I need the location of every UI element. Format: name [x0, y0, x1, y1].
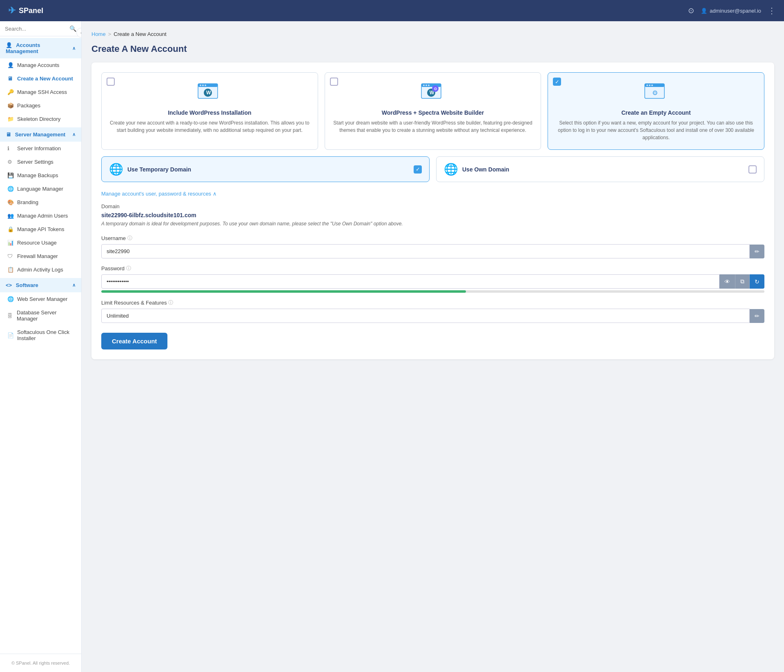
option-card-wordpress[interactable]: W Include WordPress Installation Create … [101, 72, 318, 150]
web-server-label: Web Server Manager [17, 296, 67, 302]
svg-point-10 [425, 85, 427, 86]
search-input[interactable] [5, 26, 66, 32]
resources-info-icon[interactable]: ⓘ [168, 299, 173, 306]
resources-input[interactable] [101, 309, 750, 323]
firewall-icon: 🛡 [7, 253, 14, 259]
password-show-button[interactable]: 👁 [719, 274, 735, 289]
account-type-cards: W Include WordPress Installation Create … [101, 72, 764, 150]
password-buttons: 👁 ⧉ ↻ [719, 274, 764, 289]
sidebar-item-manage-accounts[interactable]: 👤 Manage Accounts [0, 58, 81, 72]
create-account-label: Create a New Account [17, 76, 73, 82]
manage-accounts-label: Manage Accounts [17, 62, 59, 68]
software-items: 🌐 Web Server Manager 🗄 Database Server M… [0, 292, 81, 345]
server-management-section: 🖥 Server Management ∧ ℹ Server Informati… [0, 127, 81, 276]
admin-user[interactable]: 👤 adminuser@spanel.io [701, 8, 761, 14]
empty-checkbox[interactable]: ✓ [553, 78, 561, 86]
username-info-icon[interactable]: ⓘ [127, 235, 132, 242]
server-info-icon: ℹ [7, 145, 14, 151]
more-icon[interactable]: ⋮ [768, 6, 776, 16]
own-domain-label: Use Own Domain [462, 166, 509, 173]
resources-edit-button[interactable]: ✏ [750, 309, 764, 323]
password-label: Password ⓘ [101, 265, 764, 272]
accounts-management-header[interactable]: 👤 Accounts Management ∧ [0, 38, 81, 58]
sidebar-item-backups[interactable]: 💾 Manage Backups [0, 169, 81, 182]
resource-icon: 📊 [7, 240, 14, 246]
page-title: Create A New Account [91, 44, 774, 54]
option-card-empty[interactable]: ✓ ⚙ Create an Empty Account Sele [548, 72, 764, 150]
own-domain-icon: 🌐 [444, 162, 458, 176]
sidebar-item-create-account[interactable]: 🖥 Create a New Account [0, 72, 81, 85]
sidebar-footer: © SPanel. All rights reserved. [0, 654, 81, 672]
sidebar-item-skeleton[interactable]: 📁 Skeleton Directory [0, 112, 81, 126]
manage-link[interactable]: Manage account's user, password & resour… [101, 191, 217, 197]
username-label: Username ⓘ [101, 235, 764, 242]
svg-point-4 [205, 85, 206, 86]
sidebar-item-api-tokens[interactable]: 🔒 Manage API Tokens [0, 223, 81, 236]
spectra-icon: W ⚙ [419, 81, 447, 105]
api-tokens-label: Manage API Tokens [17, 226, 64, 232]
search-icon: 🔍 [69, 25, 76, 32]
create-account-button[interactable]: Create Account [101, 333, 167, 349]
domain-card-temp-left: 🌐 Use Temporary Domain [109, 162, 191, 176]
softaculous-label: Softaculous One Click Installer [17, 329, 76, 341]
domain-card-temporary[interactable]: 🌐 Use Temporary Domain ✓ [101, 156, 430, 182]
software-chevron: ∧ [72, 283, 76, 288]
sidebar-item-ssh[interactable]: 🔑 Manage SSH Access [0, 85, 81, 99]
branding-label: Branding [17, 199, 38, 205]
password-input[interactable] [101, 274, 719, 289]
server-management-header[interactable]: 🖥 Server Management ∧ [0, 127, 81, 142]
sidebar-item-db-server[interactable]: 🗄 Database Server Manager [0, 306, 81, 325]
sidebar-item-web-server[interactable]: 🌐 Web Server Manager [0, 292, 81, 306]
temp-domain-checkbox[interactable]: ✓ [414, 165, 422, 174]
create-account-icon: 🖥 [7, 76, 14, 82]
resources-input-group: ✏ [101, 309, 764, 323]
sidebar-item-softaculous[interactable]: 📄 Softaculous One Click Installer [0, 325, 81, 345]
server-settings-icon: ⚙ [7, 159, 14, 165]
empty-desc: Select this option if you want a new, em… [556, 119, 756, 141]
spectra-checkbox[interactable] [330, 78, 338, 86]
empty-check-icon: ✓ [555, 79, 559, 85]
skeleton-icon: 📁 [7, 116, 14, 122]
packages-icon: 📦 [7, 102, 14, 109]
logs-icon: 📋 [7, 267, 14, 273]
topnav: ✈ SPanel ⊙ 👤 adminuser@spanel.io ⋮ [0, 0, 784, 21]
resources-label: Limit Resources & Features ⓘ [101, 299, 764, 306]
password-strength-bar [101, 290, 466, 293]
sidebar-item-resource-usage[interactable]: 📊 Resource Usage [0, 236, 81, 249]
help-icon[interactable]: ⊙ [688, 6, 694, 15]
user-icon: 👤 [701, 8, 707, 14]
wordpress-icon: W [195, 81, 224, 105]
option-card-spectra[interactable]: W ⚙ WordPress + Spectra Website Builder … [325, 72, 541, 150]
own-domain-checkbox[interactable] [748, 165, 757, 174]
sidebar-item-server-settings[interactable]: ⚙ Server Settings [0, 155, 81, 169]
wordpress-checkbox[interactable] [107, 78, 115, 86]
sidebar-item-firewall[interactable]: 🛡 Firewall Manager [0, 249, 81, 263]
software-section: <> Software ∧ 🌐 Web Server Manager 🗄 Dat… [0, 278, 81, 345]
sidebar-item-admin-users[interactable]: 👥 Manage Admin Users [0, 209, 81, 223]
sidebar-item-packages[interactable]: 📦 Packages [0, 99, 81, 112]
software-icon: <> [6, 282, 12, 288]
server-management-label: Server Management [15, 131, 66, 138]
domain-card-own[interactable]: 🌐 Use Own Domain [436, 156, 764, 182]
domain-section-title: Domain [101, 203, 764, 209]
language-label: Language Manager [17, 186, 63, 192]
sidebar-item-activity-logs[interactable]: 📋 Admin Activity Logs [0, 263, 81, 276]
software-header[interactable]: <> Software ∧ [0, 278, 81, 292]
backups-icon: 💾 [7, 172, 14, 178]
sidebar-item-branding[interactable]: 🎨 Branding [0, 196, 81, 209]
password-refresh-button[interactable]: ↻ [750, 274, 764, 289]
password-info-icon[interactable]: ⓘ [126, 265, 131, 272]
language-icon: 🌐 [7, 186, 14, 192]
password-copy-button[interactable]: ⧉ [735, 274, 750, 289]
server-chevron: ∧ [72, 132, 76, 137]
resource-label: Resource Usage [17, 240, 57, 246]
accounts-items: 👤 Manage Accounts 🖥 Create a New Account… [0, 58, 81, 126]
username-edit-button[interactable]: ✏ [750, 245, 764, 258]
username-input[interactable] [101, 244, 750, 258]
api-tokens-icon: 🔒 [7, 226, 14, 232]
sidebar-item-server-info[interactable]: ℹ Server Information [0, 142, 81, 155]
breadcrumb-home[interactable]: Home [91, 31, 106, 37]
temp-check-icon: ✓ [416, 166, 420, 172]
password-input-group: 👁 ⧉ ↻ [101, 274, 764, 289]
sidebar-item-language[interactable]: 🌐 Language Manager [0, 182, 81, 196]
